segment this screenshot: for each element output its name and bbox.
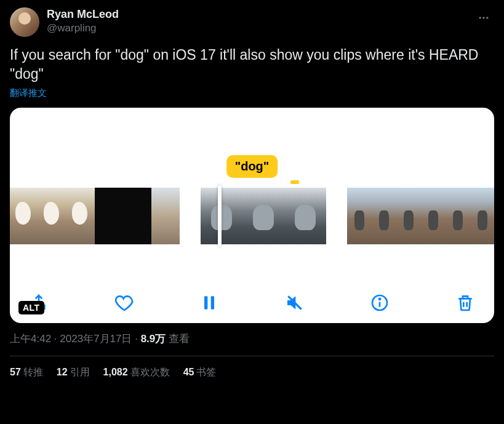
clip-thumbnail — [470, 188, 494, 244]
clip-thumbnail — [446, 188, 470, 244]
playhead[interactable] — [218, 185, 222, 247]
clip-thumbnail — [242, 188, 284, 244]
clip-thumbnail — [421, 188, 446, 244]
clip-thumbnail — [396, 188, 421, 244]
likes-stat[interactable]: 1,082喜欢次数 — [103, 366, 170, 379]
favorite-button[interactable] — [113, 291, 136, 314]
clip-thumbnail — [10, 188, 38, 244]
handle: @warpling — [47, 22, 466, 34]
media-attachment[interactable]: "dog" — [10, 108, 494, 323]
svg-point-1 — [482, 17, 484, 18]
svg-rect-3 — [204, 296, 207, 309]
clip-group — [10, 188, 180, 244]
translate-link[interactable]: 翻译推文 — [10, 87, 47, 99]
mute-button[interactable] — [283, 291, 306, 314]
clip-thumbnail — [151, 188, 180, 244]
info-button[interactable] — [368, 291, 391, 314]
clip-thumbnail — [66, 188, 95, 244]
search-tooltip: "dog" — [226, 155, 278, 178]
trash-icon — [455, 293, 475, 313]
tweet-meta: 上午4:42 · 2023年7月17日 · 8.9万 查看 — [10, 332, 494, 356]
clip-group — [347, 188, 494, 244]
scrubber-match-marker — [290, 180, 299, 184]
clip-thumbnail — [372, 188, 396, 244]
clip-thumbnail — [95, 188, 123, 244]
clip-thumbnail — [123, 188, 151, 244]
svg-rect-4 — [211, 296, 214, 309]
views-label: 查看 — [166, 333, 190, 345]
tweet-text: If you search for "dog" on iOS 17 it'll … — [10, 46, 494, 84]
tweet-stats: 57转推 12引用 1,082喜欢次数 45书签 — [10, 356, 494, 382]
alt-badge[interactable]: ALT — [18, 301, 44, 314]
delete-button[interactable] — [454, 291, 477, 314]
clip-thumbnail — [38, 188, 66, 244]
info-icon — [370, 293, 390, 313]
tweet-date[interactable]: 2023年7月17日 — [60, 333, 132, 345]
clip-thumbnail — [284, 188, 326, 244]
svg-point-0 — [479, 17, 481, 18]
pause-button[interactable] — [198, 291, 221, 314]
avatar[interactable] — [10, 7, 39, 37]
retweets-stat[interactable]: 57转推 — [10, 366, 43, 379]
bookmarks-stat[interactable]: 45书签 — [183, 366, 217, 379]
author-names[interactable]: Ryan McLeod @warpling — [47, 7, 466, 34]
pause-icon — [199, 293, 219, 313]
clip-thumbnail — [347, 188, 372, 244]
tweet-time[interactable]: 上午4:42 — [10, 333, 51, 345]
heart-icon — [114, 293, 134, 313]
speaker-muted-icon — [285, 293, 305, 313]
svg-point-7 — [379, 298, 380, 300]
clip-thumbnail — [201, 188, 242, 244]
video-toolbar — [10, 291, 494, 314]
tweet: Ryan McLeod @warpling If you search for … — [0, 0, 504, 389]
quotes-stat[interactable]: 12引用 — [57, 366, 90, 379]
tweet-header: Ryan McLeod @warpling — [10, 7, 494, 37]
more-button[interactable] — [473, 7, 494, 28]
ellipsis-icon — [478, 12, 490, 24]
video-scrubber[interactable] — [10, 188, 494, 244]
views-count: 8.9万 — [141, 333, 166, 345]
display-name: Ryan McLeod — [47, 7, 466, 22]
svg-point-2 — [486, 17, 488, 18]
